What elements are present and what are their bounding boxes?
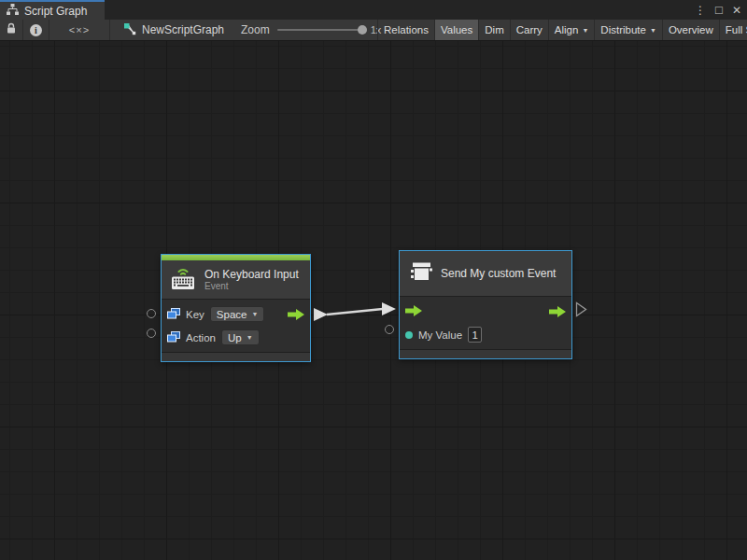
info-button[interactable]: i [23, 20, 49, 40]
chevron-down-icon: ▼ [650, 27, 656, 34]
window-controls: ⋮ □ ✕ [695, 0, 741, 20]
wire-line [327, 309, 383, 315]
window-tab-bar: Script Graph ⋮ □ ✕ [0, 0, 747, 20]
zoom-slider[interactable] [277, 29, 363, 31]
input-port-my-value[interactable] [385, 325, 394, 334]
keyboard-icon [169, 265, 197, 294]
info-icon: i [30, 24, 42, 36]
graph-name-group[interactable]: NewScriptGraph [123, 20, 224, 40]
trigger-input-port[interactable] [405, 303, 422, 320]
input-port-key[interactable] [147, 309, 156, 318]
port-row-my-value: My Value [400, 323, 571, 346]
tab-script-graph[interactable]: Script Graph [0, 0, 105, 20]
values-button[interactable]: Values [434, 20, 478, 40]
code-preview-button[interactable]: <×> [49, 20, 110, 40]
zoom-slider-handle[interactable] [358, 25, 367, 35]
maximize-icon[interactable]: □ [715, 4, 723, 16]
node-body: My Value [400, 297, 571, 349]
trigger-output-port[interactable] [549, 306, 566, 317]
node-footer [400, 349, 571, 358]
relations-button[interactable]: Relations [377, 20, 434, 40]
port-row-key: Key Space ▼ [162, 302, 310, 326]
zoom-label: Zoom [241, 23, 270, 36]
node-send-my-custom-event[interactable]: Send My custom Event My Value [399, 250, 572, 359]
custom-event-icon [409, 259, 433, 287]
graph-canvas[interactable]: On Keyboard Input Event Key Space ▼ [0, 41, 747, 560]
toolbar-button-group: Relations Values Dim Carry Align ▼ Distr… [377, 20, 747, 40]
distribute-button[interactable]: Distribute ▼ [594, 20, 662, 40]
port-label: Action [186, 332, 216, 343]
input-port-action[interactable] [147, 329, 156, 338]
carry-button[interactable]: Carry [510, 20, 548, 40]
node-title: On Keyboard Input [204, 268, 299, 281]
graph-name-label: NewScriptGraph [142, 23, 224, 36]
overview-button[interactable]: Overview [662, 20, 719, 40]
graph-variable-icon [167, 329, 180, 346]
menu-icon[interactable]: ⋮ [695, 5, 706, 16]
code-icon: <×> [69, 24, 90, 35]
fullscreen-button[interactable]: Full Screen [719, 20, 747, 40]
chevron-down-icon: ▼ [251, 311, 258, 317]
port-row-action: Action Up ▼ [162, 326, 310, 349]
wire-arrowhead-icon [382, 302, 396, 315]
trigger-output-port[interactable] [288, 309, 304, 320]
graph-toolbar: i <×> NewScriptGraph Zoom 1x Relations V… [0, 20, 747, 41]
node-body: Key Space ▼ Action [162, 300, 310, 352]
value-port-icon[interactable] [405, 331, 413, 339]
port-label: Key [186, 309, 204, 320]
script-graph-icon [7, 4, 19, 18]
chevron-down-icon: ▼ [247, 334, 253, 341]
align-button[interactable]: Align ▼ [548, 20, 595, 40]
lock-button[interactable] [0, 20, 23, 40]
node-header[interactable]: On Keyboard Input Event [162, 260, 310, 300]
close-icon[interactable]: ✕ [732, 5, 741, 16]
flow-row [400, 300, 571, 323]
dim-button[interactable]: Dim [478, 20, 509, 40]
wire-start-cap [314, 308, 328, 321]
graph-variable-icon [167, 306, 180, 323]
node-title: Send My custom Event [441, 267, 556, 280]
node-on-keyboard-input[interactable]: On Keyboard Input Event Key Space ▼ [161, 254, 311, 362]
node-footer [162, 352, 310, 361]
node-subtitle: Event [204, 281, 299, 292]
port-label: My Value [418, 329, 462, 341]
toolbar-left-group: i <×> [0, 20, 110, 40]
output-flow-port[interactable] [575, 301, 587, 317]
my-value-input[interactable] [468, 327, 482, 343]
key-dropdown[interactable]: Space ▼ [210, 306, 265, 322]
graph-asset-icon [123, 22, 136, 38]
chevron-down-icon: ▼ [582, 27, 588, 34]
lock-icon [6, 22, 17, 37]
action-dropdown[interactable]: Up ▼ [221, 329, 260, 345]
tab-title: Script Graph [24, 5, 87, 18]
zoom-control: Zoom 1x [241, 20, 381, 40]
connection-wire [0, 41, 747, 560]
node-header[interactable]: Send My custom Event [400, 251, 571, 297]
